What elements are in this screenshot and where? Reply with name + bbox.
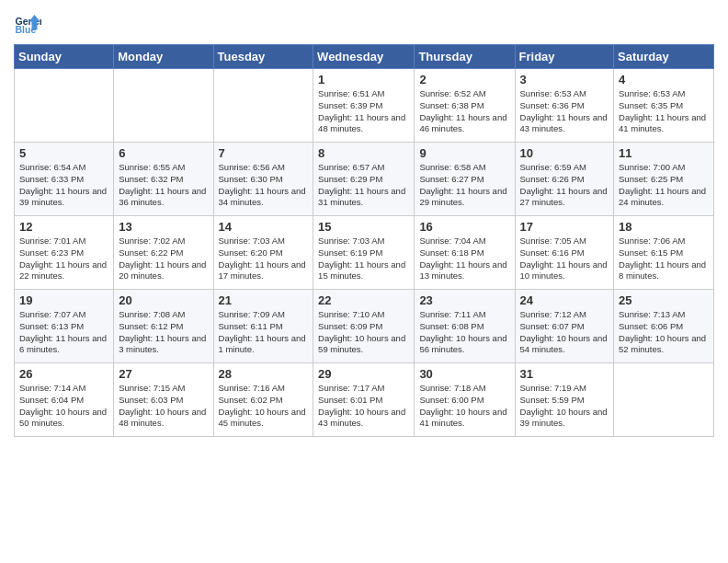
day-info: Sunrise: 7:16 AM Sunset: 6:02 PM Dayligh… [219,383,309,430]
day-number: 9 [419,146,509,160]
day-number: 10 [520,146,609,160]
day-info: Sunrise: 7:04 AM Sunset: 6:18 PM Dayligh… [419,236,509,282]
calendar-cell: 26Sunrise: 7:14 AM Sunset: 6:04 PM Dayli… [15,363,114,437]
day-number: 23 [419,293,509,307]
day-number: 13 [119,220,208,234]
day-number: 20 [119,293,208,307]
weekday-header-wednesday: Wednesday [313,45,415,69]
day-number: 15 [318,220,409,234]
day-info: Sunrise: 7:01 AM Sunset: 6:23 PM Dayligh… [19,236,108,282]
calendar-cell: 7Sunrise: 6:56 AM Sunset: 6:30 PM Daylig… [213,143,313,216]
calendar-cell: 15Sunrise: 7:03 AM Sunset: 6:19 PM Dayli… [313,216,415,290]
day-number: 11 [619,146,709,160]
day-info: Sunrise: 7:09 AM Sunset: 6:11 PM Dayligh… [219,309,309,356]
calendar-week-row: 12Sunrise: 7:01 AM Sunset: 6:23 PM Dayli… [15,216,714,290]
calendar-cell: 24Sunrise: 7:12 AM Sunset: 6:07 PM Dayli… [515,290,614,363]
day-number: 30 [419,367,509,381]
day-number: 4 [619,73,709,86]
calendar-cell: 6Sunrise: 6:55 AM Sunset: 6:32 PM Daylig… [114,143,213,216]
calendar-cell: 22Sunrise: 7:10 AM Sunset: 6:09 PM Dayli… [313,290,415,363]
weekday-header-thursday: Thursday [415,45,515,69]
day-info: Sunrise: 7:13 AM Sunset: 6:06 PM Dayligh… [619,309,709,356]
day-number: 1 [318,73,409,86]
calendar-cell: 4Sunrise: 6:53 AM Sunset: 6:35 PM Daylig… [614,69,714,143]
day-info: Sunrise: 6:58 AM Sunset: 6:27 PM Dayligh… [419,162,509,209]
day-info: Sunrise: 7:05 AM Sunset: 6:16 PM Dayligh… [520,236,609,282]
day-info: Sunrise: 6:53 AM Sunset: 6:35 PM Dayligh… [619,88,709,135]
calendar-cell: 17Sunrise: 7:05 AM Sunset: 6:16 PM Dayli… [515,216,614,290]
calendar-cell: 13Sunrise: 7:02 AM Sunset: 6:22 PM Dayli… [114,216,213,290]
calendar-cell: 2Sunrise: 6:52 AM Sunset: 6:38 PM Daylig… [415,69,515,143]
logo: General Blue [14,9,41,37]
weekday-header-monday: Monday [114,45,213,69]
weekday-header-saturday: Saturday [614,45,714,69]
day-info: Sunrise: 7:03 AM Sunset: 6:20 PM Dayligh… [219,236,309,282]
day-number: 29 [318,367,409,381]
calendar-cell: 1Sunrise: 6:51 AM Sunset: 6:39 PM Daylig… [313,69,415,143]
calendar-cell: 18Sunrise: 7:06 AM Sunset: 6:15 PM Dayli… [614,216,714,290]
day-info: Sunrise: 7:19 AM Sunset: 5:59 PM Dayligh… [520,383,609,430]
day-number: 22 [318,293,409,307]
day-info: Sunrise: 7:03 AM Sunset: 6:19 PM Dayligh… [318,236,409,282]
calendar-cell: 20Sunrise: 7:08 AM Sunset: 6:12 PM Dayli… [114,290,213,363]
logo-icon: General Blue [14,9,41,37]
calendar-cell: 23Sunrise: 7:11 AM Sunset: 6:08 PM Dayli… [415,290,515,363]
day-info: Sunrise: 6:52 AM Sunset: 6:38 PM Dayligh… [419,88,509,135]
calendar-cell: 31Sunrise: 7:19 AM Sunset: 5:59 PM Dayli… [515,363,614,437]
day-info: Sunrise: 7:06 AM Sunset: 6:15 PM Dayligh… [619,236,709,282]
calendar-cell: 25Sunrise: 7:13 AM Sunset: 6:06 PM Dayli… [614,290,714,363]
day-number: 26 [19,367,108,381]
day-info: Sunrise: 7:18 AM Sunset: 6:00 PM Dayligh… [419,383,509,430]
day-info: Sunrise: 7:12 AM Sunset: 6:07 PM Dayligh… [520,309,609,356]
day-info: Sunrise: 7:17 AM Sunset: 6:01 PM Dayligh… [318,383,409,430]
calendar-page: General Blue SundayMondayTuesdayWednesda… [0,0,728,563]
day-number: 7 [219,146,309,160]
day-number: 16 [419,220,509,234]
calendar-cell [114,69,213,143]
day-number: 28 [219,367,309,381]
calendar-week-row: 5Sunrise: 6:54 AM Sunset: 6:33 PM Daylig… [15,143,714,216]
weekday-header-sunday: Sunday [15,45,114,69]
weekday-header-tuesday: Tuesday [213,45,313,69]
day-number: 18 [619,220,709,234]
calendar-cell: 19Sunrise: 7:07 AM Sunset: 6:13 PM Dayli… [15,290,114,363]
calendar-cell: 11Sunrise: 7:00 AM Sunset: 6:25 PM Dayli… [614,143,714,216]
day-info: Sunrise: 7:15 AM Sunset: 6:03 PM Dayligh… [119,383,208,430]
calendar-cell: 30Sunrise: 7:18 AM Sunset: 6:00 PM Dayli… [415,363,515,437]
calendar-week-row: 19Sunrise: 7:07 AM Sunset: 6:13 PM Dayli… [15,290,714,363]
weekday-header-row: SundayMondayTuesdayWednesdayThursdayFrid… [15,45,714,69]
calendar-cell: 28Sunrise: 7:16 AM Sunset: 6:02 PM Dayli… [213,363,313,437]
day-info: Sunrise: 7:02 AM Sunset: 6:22 PM Dayligh… [119,236,208,282]
day-info: Sunrise: 6:54 AM Sunset: 6:33 PM Dayligh… [19,162,108,209]
calendar-cell: 14Sunrise: 7:03 AM Sunset: 6:20 PM Dayli… [213,216,313,290]
calendar-cell [614,363,714,437]
calendar-table: SundayMondayTuesdayWednesdayThursdayFrid… [14,44,714,437]
calendar-cell: 10Sunrise: 6:59 AM Sunset: 6:26 PM Dayli… [515,143,614,216]
day-number: 19 [19,293,108,307]
calendar-cell: 29Sunrise: 7:17 AM Sunset: 6:01 PM Dayli… [313,363,415,437]
day-info: Sunrise: 6:53 AM Sunset: 6:36 PM Dayligh… [520,88,609,135]
day-number: 6 [119,146,208,160]
calendar-cell: 16Sunrise: 7:04 AM Sunset: 6:18 PM Dayli… [415,216,515,290]
calendar-cell: 27Sunrise: 7:15 AM Sunset: 6:03 PM Dayli… [114,363,213,437]
day-info: Sunrise: 7:11 AM Sunset: 6:08 PM Dayligh… [419,309,509,356]
calendar-cell: 3Sunrise: 6:53 AM Sunset: 6:36 PM Daylig… [515,69,614,143]
calendar-cell [15,69,114,143]
day-number: 27 [119,367,208,381]
day-number: 12 [19,220,108,234]
calendar-cell: 9Sunrise: 6:58 AM Sunset: 6:27 PM Daylig… [415,143,515,216]
day-number: 24 [520,293,609,307]
day-number: 3 [520,73,609,86]
day-number: 8 [318,146,409,160]
calendar-cell: 8Sunrise: 6:57 AM Sunset: 6:29 PM Daylig… [313,143,415,216]
day-number: 5 [19,146,108,160]
day-info: Sunrise: 7:07 AM Sunset: 6:13 PM Dayligh… [19,309,108,356]
day-info: Sunrise: 6:55 AM Sunset: 6:32 PM Dayligh… [119,162,208,209]
calendar-cell: 5Sunrise: 6:54 AM Sunset: 6:33 PM Daylig… [15,143,114,216]
weekday-header-friday: Friday [515,45,614,69]
calendar-week-row: 1Sunrise: 6:51 AM Sunset: 6:39 PM Daylig… [15,69,714,143]
day-number: 21 [219,293,309,307]
calendar-cell: 12Sunrise: 7:01 AM Sunset: 6:23 PM Dayli… [15,216,114,290]
day-number: 25 [619,293,709,307]
day-info: Sunrise: 6:57 AM Sunset: 6:29 PM Dayligh… [318,162,409,209]
